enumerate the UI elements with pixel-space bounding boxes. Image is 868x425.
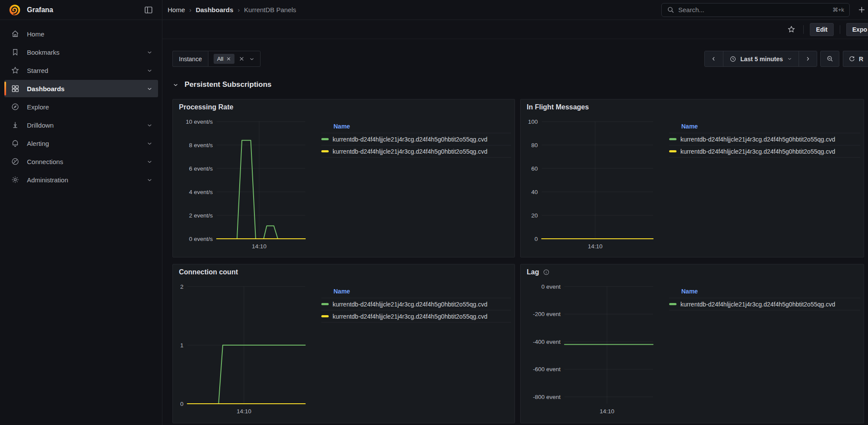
- svg-text:80: 80: [531, 142, 538, 148]
- instance-value-chip[interactable]: All: [214, 54, 234, 64]
- panel-body: 02040608010014:10 Namekurrentdb-d24f4hlj…: [521, 115, 864, 252]
- svg-text:14:10: 14:10: [588, 243, 603, 250]
- legend-series-row[interactable]: kurrentdb-d24f4hljjcle21j4r3cg.d24f4h5g0…: [321, 310, 511, 323]
- svg-text:8 event/s: 8 event/s: [189, 142, 213, 148]
- sidebar-item-alerting[interactable]: Alerting: [4, 135, 158, 152]
- series-color-swatch: [669, 303, 677, 305]
- svg-text:14:10: 14:10: [600, 408, 614, 415]
- panel-legend: Namekurrentdb-d24f4hljjcle21j4r3cg.d24f4…: [669, 122, 860, 252]
- svg-text:-600 event: -600 event: [533, 366, 561, 372]
- chevron-down-icon[interactable]: [146, 122, 153, 128]
- time-range-picker[interactable]: Last 5 minutes: [723, 51, 799, 66]
- chevron-down-icon[interactable]: [146, 177, 153, 183]
- sidebar-item-dashboards[interactable]: Dashboards: [4, 80, 158, 97]
- sidebar-item-administration[interactable]: Administration: [4, 171, 158, 188]
- time-shift-back-icon[interactable]: [705, 51, 723, 66]
- breadcrumb-separator-icon: ›: [238, 7, 240, 13]
- svg-text:6 event/s: 6 event/s: [189, 165, 213, 172]
- breadcrumb-home[interactable]: Home: [168, 6, 185, 13]
- svg-text:-200 event: -200 event: [533, 311, 561, 317]
- breadcrumb-dashboards[interactable]: Dashboards: [196, 6, 234, 13]
- chevron-down-icon[interactable]: [249, 56, 255, 62]
- chevron-down-icon[interactable]: [146, 86, 153, 92]
- svg-text:4 event/s: 4 event/s: [189, 189, 213, 195]
- chevron-down-icon[interactable]: [146, 158, 153, 165]
- chevron-down-icon[interactable]: [146, 140, 153, 147]
- panel-header[interactable]: Processing Rate: [173, 99, 515, 115]
- sidebar-item-label: Bookmarks: [27, 49, 139, 56]
- refresh-icon: [848, 56, 855, 63]
- svg-text:14:10: 14:10: [252, 243, 267, 250]
- panel-lag: Lag -800 event-600 event-400 event-200 e…: [520, 264, 864, 423]
- add-new-icon[interactable]: [855, 6, 868, 14]
- collapse-sidebar-icon[interactable]: [144, 5, 153, 15]
- svg-text:0: 0: [180, 401, 184, 407]
- zoom-out-time-icon[interactable]: [820, 51, 839, 67]
- panel-header[interactable]: Connection count: [173, 264, 515, 280]
- refresh-button[interactable]: R: [843, 51, 868, 67]
- legend-series-row[interactable]: kurrentdb-d24f4hljjcle21j4r3cg.d24f4h5g0…: [321, 133, 511, 145]
- grafana-app: Grafana Home › Dashboards › KurrentDB Pa…: [0, 0, 868, 425]
- instance-variable-value[interactable]: All: [208, 51, 261, 67]
- panel-header[interactable]: Lag: [521, 264, 864, 280]
- breadcrumb-current: KurrentDB Panels: [244, 6, 296, 13]
- search-shortcut: ⌘+k: [832, 7, 844, 13]
- series-color-swatch: [321, 315, 329, 317]
- timeseries-chart: 0 event/s2 event/s4 event/s6 event/s8 ev…: [176, 115, 311, 252]
- series-name: kurrentdb-d24f4hljjcle21j4r3cg.d24f4h5g0…: [333, 136, 487, 143]
- time-shift-forward-icon[interactable]: [799, 51, 817, 66]
- chip-remove-icon[interactable]: [226, 56, 231, 61]
- edit-button[interactable]: Edit: [810, 23, 833, 36]
- svg-text:0 event: 0 event: [541, 283, 561, 290]
- svg-text:2: 2: [180, 283, 184, 290]
- breadcrumb-separator-icon: ›: [189, 7, 191, 13]
- svg-text:20: 20: [531, 212, 538, 219]
- legend-series-row[interactable]: kurrentdb-d24f4hljjcle21j4r3cg.d24f4h5g0…: [669, 298, 860, 310]
- sidebar-item-drilldown[interactable]: Drilldown: [4, 116, 158, 134]
- brand-title: Grafana: [27, 6, 53, 14]
- instance-variable-label: Instance: [172, 51, 208, 67]
- panel-body: 01214:10 Namekurrentdb-d24f4hljjcle21j4r…: [173, 280, 515, 417]
- search-input[interactable]: Search... ⌘+k: [661, 3, 850, 17]
- panel-title: Connection count: [179, 268, 238, 276]
- sidebar-item-bookmarks[interactable]: Bookmarks: [4, 43, 158, 61]
- info-icon[interactable]: [543, 269, 550, 276]
- plug-circle-icon: [11, 157, 20, 166]
- time-range-label: Last 5 minutes: [740, 56, 783, 63]
- search-icon: [667, 6, 674, 13]
- legend-series-row[interactable]: kurrentdb-d24f4hljjcle21j4r3cg.d24f4h5g0…: [321, 298, 511, 310]
- panel-title: Lag: [527, 268, 539, 276]
- svg-text:10 event/s: 10 event/s: [186, 119, 213, 125]
- svg-text:14:10: 14:10: [237, 408, 251, 415]
- time-range-group: Last 5 minutes: [704, 51, 817, 67]
- sidebar-item-explore[interactable]: Explore: [4, 98, 158, 115]
- series-name: kurrentdb-d24f4hljjcle21j4r3cg.d24f4h5g0…: [333, 148, 487, 155]
- series-color-swatch: [669, 138, 677, 140]
- legend-series-row[interactable]: kurrentdb-d24f4hljjcle21j4r3cg.d24f4h5g0…: [669, 133, 860, 145]
- legend-series-row[interactable]: kurrentdb-d24f4hljjcle21j4r3cg.d24f4h5g0…: [321, 145, 511, 158]
- svg-text:1: 1: [180, 342, 184, 349]
- legend-name-header: Name: [669, 122, 860, 133]
- compass-icon: [11, 102, 20, 111]
- chevron-down-icon[interactable]: [146, 67, 153, 74]
- series-name: kurrentdb-d24f4hljjcle21j4r3cg.d24f4h5g0…: [680, 136, 835, 143]
- sidebar-item-label: Administration: [27, 176, 139, 184]
- export-button[interactable]: Expo: [846, 23, 868, 36]
- top-nav: Grafana Home › Dashboards › KurrentDB Pa…: [0, 0, 868, 20]
- home-icon: [11, 30, 20, 38]
- panel-header[interactable]: In Flight Messages: [521, 99, 864, 115]
- sidebar-item-connections[interactable]: Connections: [4, 153, 158, 170]
- clear-selection-icon[interactable]: [239, 56, 244, 62]
- sidebar-item-starred[interactable]: Starred: [4, 62, 158, 79]
- bell-icon: [11, 139, 20, 148]
- sidebar-item-home[interactable]: Home: [4, 25, 158, 43]
- legend-series-row[interactable]: kurrentdb-d24f4hljjcle21j4r3cg.d24f4h5g0…: [669, 145, 860, 158]
- grafana-logo-icon[interactable]: [9, 4, 21, 16]
- apps-grid-icon: [11, 84, 20, 93]
- gear-icon: [11, 175, 20, 184]
- toolbar-divider: [803, 25, 804, 34]
- chevron-down-icon[interactable]: [146, 49, 153, 56]
- row-persistent-subscriptions[interactable]: Persistent Subscriptions: [172, 80, 271, 89]
- favorite-star-icon[interactable]: [785, 23, 797, 35]
- svg-text:100: 100: [528, 119, 538, 125]
